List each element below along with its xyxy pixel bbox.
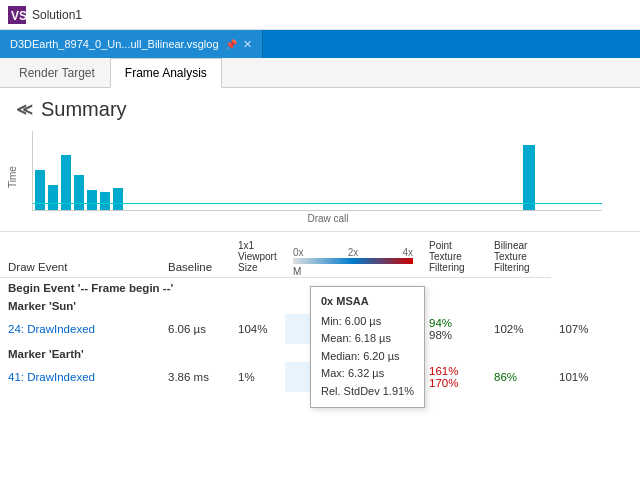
grad-label-4x: 4x xyxy=(402,247,413,258)
tooltip-mean: Mean: 6.18 µs xyxy=(321,330,414,348)
tab-render-target[interactable]: Render Target xyxy=(4,58,110,87)
chart-canvas xyxy=(32,131,602,211)
row-24-event: 24: DrawIndexed xyxy=(0,314,160,344)
main-content: ≪ Summary Time Draw call Draw Event xyxy=(0,88,640,501)
pin-icon[interactable]: 📌 xyxy=(225,39,237,50)
tooltip-median: Median: 6.20 µs xyxy=(321,348,414,366)
grad-label-2x: 2x xyxy=(348,247,359,258)
bar-large xyxy=(523,145,535,210)
chart-x-label: Draw call xyxy=(32,213,624,224)
begin-event-label: Begin Event '-- Frame begin --' xyxy=(0,278,551,297)
bar-3 xyxy=(61,155,71,210)
summary-title: Summary xyxy=(41,98,127,121)
close-icon[interactable]: ✕ xyxy=(243,38,252,51)
app-title: Solution1 xyxy=(32,8,82,22)
row-24-baseline: 6.06 µs xyxy=(160,314,230,344)
row-24-viewport: 104% xyxy=(230,314,285,344)
tooltip-title: 0x MSAA xyxy=(321,293,414,311)
svg-text:VS: VS xyxy=(11,9,26,23)
msaa-label: M xyxy=(293,266,301,277)
tool-tabs: Render Target Frame Analysis xyxy=(0,58,640,88)
bar-6 xyxy=(100,192,110,210)
row-41-viewport: 1% xyxy=(230,362,285,392)
file-tab[interactable]: D3DEarth_8974_0_Un...ull_Bilinear.vsglog… xyxy=(0,30,263,58)
tooltip-max: Max: 6.32 µs xyxy=(321,365,414,383)
row-41-msaa2x: 161% 170% xyxy=(421,362,486,392)
divider xyxy=(0,231,640,232)
tooltip-relstddev: Rel. StdDev 1.91% xyxy=(321,383,414,401)
bar-5 xyxy=(87,190,97,210)
th-viewport: 1x1 Viewport Size xyxy=(230,236,285,278)
row-41-point: 86% xyxy=(486,362,551,392)
tab-bar: D3DEarth_8974_0_Un...ull_Bilinear.vsglog… xyxy=(0,30,640,58)
row-24-link[interactable]: 24: DrawIndexed xyxy=(8,323,95,335)
th-draw-event: Draw Event xyxy=(0,236,160,278)
row-41-baseline: 3.86 ms xyxy=(160,362,230,392)
file-tab-label: D3DEarth_8974_0_Un...ull_Bilinear.vsglog xyxy=(10,38,219,50)
row-41-link[interactable]: 41: DrawIndexed xyxy=(8,371,95,383)
table-wrapper: Draw Event Baseline 1x1 Viewport Size 0x… xyxy=(0,236,640,392)
grad-label-0x: 0x xyxy=(293,247,304,258)
tooltip: 0x MSAA Min: 6.00 µs Mean: 6.18 µs Media… xyxy=(310,286,425,408)
bar-1 xyxy=(35,170,45,210)
row-24-point: 102% xyxy=(486,314,551,344)
th-bilinear-texture: Bilinear Texture Filtering xyxy=(486,236,551,278)
baseline-line xyxy=(33,203,602,204)
gradient-bar xyxy=(293,258,413,264)
th-baseline: Baseline xyxy=(160,236,230,278)
vs-logo-icon: VS xyxy=(8,6,26,24)
row-41-event: 41: DrawIndexed xyxy=(0,362,160,392)
bar-4 xyxy=(74,175,84,210)
tooltip-min: Min: 6.00 µs xyxy=(321,313,414,331)
th-point-texture: Point Texture Filtering xyxy=(421,236,486,278)
marker-sun-label: Marker 'Sun' xyxy=(0,296,551,314)
bar-7 xyxy=(113,188,123,210)
summary-header: ≪ Summary xyxy=(0,88,640,127)
row-41-bilinear: 101% xyxy=(551,362,640,392)
marker-earth-label: Marker 'Earth' xyxy=(0,344,551,362)
collapse-icon[interactable]: ≪ xyxy=(16,100,33,119)
tab-frame-analysis[interactable]: Frame Analysis xyxy=(110,58,222,88)
th-gradient: 0x 2x 4x M xyxy=(285,236,421,278)
title-bar: VS Solution1 xyxy=(0,0,640,30)
bar-2 xyxy=(48,185,58,210)
row-24-bilinear: 107% xyxy=(551,314,640,344)
chart-area: Time Draw call xyxy=(0,127,640,227)
chart-y-label: Time xyxy=(7,166,18,188)
row-24-msaa2x: 94% 98% xyxy=(421,314,486,344)
